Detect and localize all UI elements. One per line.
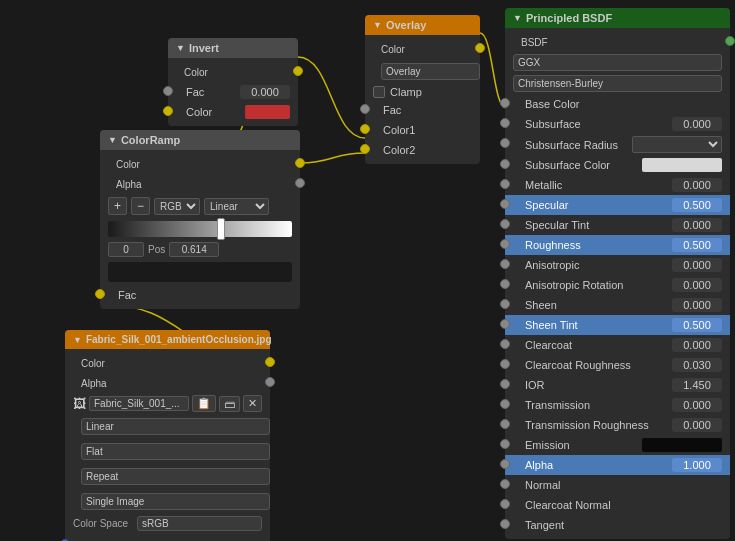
principled-value-9[interactable]: 0.000 — [672, 278, 722, 292]
fabric-colorspace-select[interactable]: sRGB Linear Non-Color — [137, 516, 262, 531]
principled-value-7[interactable]: 0.500 — [672, 238, 722, 252]
principled-socket-0[interactable] — [500, 98, 510, 108]
invert-collapse-triangle[interactable]: ▼ — [176, 43, 185, 53]
principled-value-14[interactable]: 1.450 — [672, 378, 722, 392]
principled-socket-21[interactable] — [500, 519, 510, 529]
principled-swatch-white-3[interactable] — [642, 158, 722, 172]
principled-value-12[interactable]: 0.000 — [672, 338, 722, 352]
overlay-color1-socket[interactable] — [360, 124, 370, 134]
principled-socket-20[interactable] — [500, 499, 510, 509]
principled-value-15[interactable]: 0.000 — [672, 398, 722, 412]
principled-value-13[interactable]: 0.030 — [672, 358, 722, 372]
overlay-collapse-triangle[interactable]: ▼ — [373, 20, 382, 30]
overlay-color2-socket[interactable] — [360, 144, 370, 154]
principled-subsurface-method-select[interactable]: Christensen-Burley Random Walk — [513, 75, 722, 92]
colorramp-collapse-triangle[interactable]: ▼ — [108, 135, 117, 145]
principled-socket-12[interactable] — [500, 339, 510, 349]
principled-socket-4[interactable] — [500, 179, 510, 189]
principled-collapse-triangle[interactable]: ▼ — [513, 13, 522, 23]
fabric-repeat-select[interactable]: Repeat Clip Extend — [81, 468, 270, 485]
principled-socket-6[interactable] — [500, 219, 510, 229]
invert-color-output-socket[interactable] — [293, 66, 303, 76]
principled-value-18[interactable]: 1.000 — [672, 458, 722, 472]
principled-bsdf-out-socket[interactable] — [725, 36, 735, 46]
overlay-node-header[interactable]: ▼ Overlay — [365, 15, 480, 35]
principled-value-11[interactable]: 0.500 — [672, 318, 722, 332]
invert-fac-socket[interactable] — [163, 86, 173, 96]
principled-label-1: Subsurface — [513, 118, 672, 130]
principled-value-10[interactable]: 0.000 — [672, 298, 722, 312]
fabric-flat-select[interactable]: Flat Box Sphere Tube — [81, 443, 270, 460]
fabric-browse-btn[interactable]: 📋 — [192, 395, 216, 412]
colorramp-index-input[interactable] — [108, 242, 144, 257]
principled-row-base-color: Base Color — [505, 94, 730, 114]
principled-socket-8[interactable] — [500, 259, 510, 269]
colorramp-remove-btn[interactable]: − — [131, 197, 150, 215]
principled-socket-17[interactable] — [500, 439, 510, 449]
principled-value-16[interactable]: 0.000 — [672, 418, 722, 432]
principled-label-0: Base Color — [513, 98, 722, 110]
principled-socket-11[interactable] — [500, 319, 510, 329]
principled-swatch-black-17[interactable] — [642, 438, 722, 452]
fabric-color-out-socket[interactable] — [265, 357, 275, 367]
invert-node: ▼ Invert Color Fac 0.000 Color — [168, 38, 298, 126]
principled-value-6[interactable]: 0.000 — [672, 218, 722, 232]
principled-socket-16[interactable] — [500, 419, 510, 429]
principled-socket-5[interactable] — [500, 199, 510, 209]
principled-row-sheen: Sheen0.000 — [505, 295, 730, 315]
principled-socket-7[interactable] — [500, 239, 510, 249]
principled-socket-1[interactable] — [500, 118, 510, 128]
invert-fac-value[interactable]: 0.000 — [240, 85, 290, 99]
colorramp-color-out-socket[interactable] — [295, 158, 305, 168]
fabric-close-btn[interactable]: ✕ — [243, 395, 262, 412]
overlay-mode-select[interactable]: Overlay — [381, 63, 480, 80]
colorramp-add-btn[interactable]: + — [108, 197, 127, 215]
fabric-collapse-triangle[interactable]: ▼ — [73, 335, 82, 345]
principled-socket-19[interactable] — [500, 479, 510, 489]
colorramp-node-header[interactable]: ▼ ColorRamp — [100, 130, 300, 150]
overlay-color-out-socket[interactable] — [475, 43, 485, 53]
principled-socket-3[interactable] — [500, 159, 510, 169]
principled-value-5[interactable]: 0.500 — [672, 198, 722, 212]
fabric-new-btn[interactable]: 🗃 — [219, 396, 240, 412]
overlay-fac-socket[interactable] — [360, 104, 370, 114]
principled-row-specular: Specular0.500 — [505, 195, 730, 215]
principled-socket-9[interactable] — [500, 279, 510, 289]
principled-socket-18[interactable] — [500, 459, 510, 469]
colorramp-mode-select[interactable]: RGB HSV — [154, 198, 200, 215]
colorramp-gradient-handle[interactable] — [217, 218, 225, 240]
fabric-linear-select[interactable]: Linear Closest Cubic — [81, 418, 270, 435]
principled-node-header[interactable]: ▼ Principled BSDF — [505, 8, 730, 28]
overlay-clamp-checkbox[interactable] — [373, 86, 385, 98]
principled-socket-15[interactable] — [500, 399, 510, 409]
principled-value-8[interactable]: 0.000 — [672, 258, 722, 272]
fabric-node-header[interactable]: ▼ Fabric_Silk_001_ambientOcclusion.jpg — [65, 330, 270, 349]
fabric-singleimage-select[interactable]: Single Image Image Sequence Movie — [81, 493, 270, 510]
principled-label-5: Specular — [513, 199, 672, 211]
colorramp-alpha-out-socket[interactable] — [295, 178, 305, 188]
overlay-mode-container: Overlay — [365, 59, 480, 84]
principled-socket-2[interactable] — [500, 138, 510, 148]
colorramp-gradient-bar[interactable] — [108, 221, 292, 237]
invert-color-swatch[interactable] — [245, 105, 290, 119]
colorramp-values-row: Pos — [100, 240, 300, 259]
colorramp-fac-socket[interactable] — [95, 289, 105, 299]
colorramp-node: ▼ ColorRamp Color Alpha + − RGB HSV Line… — [100, 130, 300, 309]
principled-dropdown-2[interactable] — [632, 136, 722, 153]
principled-distribution-select[interactable]: GGX Multi-GGX — [513, 54, 722, 71]
colorramp-node-body: Color Alpha + − RGB HSV Linear Ease Cons… — [100, 150, 300, 309]
invert-node-header[interactable]: ▼ Invert — [168, 38, 298, 58]
principled-bsdf-output: BSDF — [505, 32, 730, 52]
principled-row-sheen-tint: Sheen Tint0.500 — [505, 315, 730, 335]
principled-socket-10[interactable] — [500, 299, 510, 309]
invert-color-socket[interactable] — [163, 106, 173, 116]
principled-label-3: Subsurface Color — [513, 159, 642, 171]
colorramp-interp-select[interactable]: Linear Ease Constant — [204, 198, 269, 215]
principled-value-4[interactable]: 0.000 — [672, 178, 722, 192]
fabric-alpha-out-socket[interactable] — [265, 377, 275, 387]
principled-value-1[interactable]: 0.000 — [672, 117, 722, 131]
principled-socket-13[interactable] — [500, 359, 510, 369]
principled-socket-14[interactable] — [500, 379, 510, 389]
fabric-image-name[interactable]: Fabric_Silk_001_... — [89, 396, 189, 411]
colorramp-pos-input[interactable] — [169, 242, 219, 257]
